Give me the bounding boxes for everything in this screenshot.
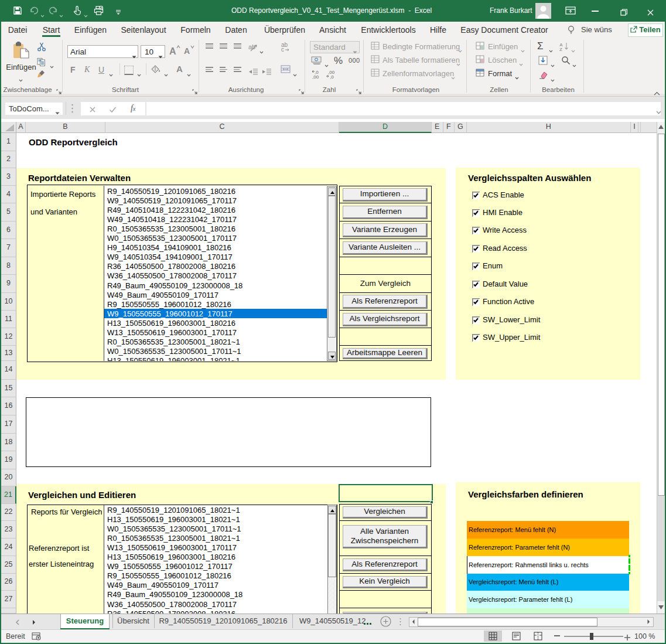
svg-text:,0: ,0 xyxy=(330,74,334,79)
svg-text:,00: ,00 xyxy=(312,74,319,79)
svg-text:c: c xyxy=(281,46,284,52)
svg-text:Z: Z xyxy=(559,47,562,51)
